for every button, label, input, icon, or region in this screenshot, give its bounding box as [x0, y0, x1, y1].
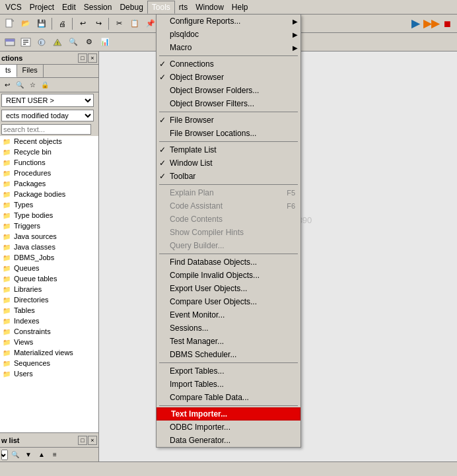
menu-project[interactable]: Project: [26, 1, 58, 13]
obj-recycle-bin[interactable]: 📁 Recycle bin: [0, 147, 98, 157]
obj-triggers[interactable]: 📁 Triggers: [0, 221, 98, 231]
tb2-search-btn[interactable]: 🔍: [66, 35, 81, 50]
obj-package-bodies[interactable]: 📁 Package bodies: [0, 189, 98, 199]
user-select[interactable]: RENT USER >: [1, 94, 94, 107]
new-btn[interactable]: [3, 17, 17, 31]
obj-java-classes[interactable]: 📁 Java classes: [0, 242, 98, 252]
obj-views[interactable]: 📁 Views: [0, 337, 98, 347]
obj-java-sources[interactable]: 📁 Java sources: [0, 231, 98, 242]
menu-template-list[interactable]: ✓ Template List: [157, 143, 300, 156]
panel-close-btn[interactable]: ×: [88, 53, 97, 63]
menu-file-browser-locations[interactable]: File Browser Locations...: [157, 127, 300, 140]
menu-event-monitor[interactable]: Event Monitor...: [157, 308, 300, 322]
obj-constraints[interactable]: 📁 Constraints: [0, 326, 98, 337]
tb2-btn6[interactable]: ⚙: [82, 35, 96, 50]
ptb-btn4[interactable]: 🔒: [39, 80, 51, 90]
save-btn[interactable]: 💾: [34, 17, 49, 31]
menu-macro[interactable]: Macro ▶: [157, 41, 300, 54]
nav-search-btn[interactable]: 🔍: [9, 450, 21, 460]
menu-vcs[interactable]: VCS: [1, 1, 26, 13]
obj-packages[interactable]: 📁 Packages: [0, 178, 98, 189]
redo-btn[interactable]: ↪: [91, 17, 106, 31]
menu-plsqldoc[interactable]: plsqldoc ▶: [157, 28, 300, 41]
cut-btn[interactable]: ✂: [112, 17, 126, 31]
copy-btn[interactable]: 📋: [127, 17, 142, 31]
menu-rts[interactable]: rts: [175, 1, 192, 13]
menu-tools[interactable]: Tools: [147, 1, 175, 14]
menu-window[interactable]: Window: [192, 1, 228, 13]
nav-up-btn[interactable]: ▲: [36, 450, 48, 460]
obj-tables[interactable]: 📁 Tables: [0, 305, 98, 316]
menu-label: Object Browser Folders...: [170, 86, 259, 95]
search-input[interactable]: [1, 124, 91, 135]
menu-help[interactable]: Help: [228, 1, 252, 13]
menu-compare-user-objects[interactable]: Compare User Objects...: [157, 295, 300, 308]
menu-odbc-importer[interactable]: ODBC Importer...: [157, 421, 300, 434]
menu-session[interactable]: Session: [80, 1, 116, 13]
nav-more-btn[interactable]: ≡: [49, 450, 61, 460]
lower-panel-close-btn[interactable]: ×: [88, 436, 97, 445]
tb2-btn4[interactable]: !: [50, 35, 65, 50]
obj-materialized-views[interactable]: 📁 Materialized views: [0, 347, 98, 358]
menu-export-user-objects[interactable]: Export User Objects...: [157, 282, 300, 295]
menu-export-tables[interactable]: Export Tables...: [157, 364, 300, 378]
undo-btn[interactable]: ↩: [75, 17, 90, 31]
menu-toolbar[interactable]: ✓ Toolbar: [157, 170, 300, 183]
menu-object-browser-filters[interactable]: Object Browser Filters...: [157, 97, 300, 110]
menu-sessions[interactable]: Sessions...: [157, 322, 300, 335]
obj-directories[interactable]: 📁 Directories: [0, 294, 98, 305]
menu-data-generator[interactable]: Data Generator...: [157, 434, 300, 447]
menu-test-manager[interactable]: Test Manager...: [157, 335, 300, 348]
menu-object-browser[interactable]: ✓ Object Browser: [157, 71, 300, 84]
lower-panel-float-btn[interactable]: □: [78, 436, 87, 445]
tb2-btn1[interactable]: [3, 35, 17, 50]
folder-icon: 📁: [3, 221, 12, 230]
arrow-double-right-btn[interactable]: ▶▶: [424, 17, 439, 31]
tb2-btn3[interactable]: i: [34, 35, 49, 50]
obj-functions[interactable]: 📁 Functions: [0, 157, 98, 168]
menu-window-list[interactable]: ✓ Window List: [157, 156, 300, 170]
tb2-btn2[interactable]: [18, 35, 33, 50]
nav-select[interactable]: ▼: [1, 450, 8, 460]
svg-rect-0: [6, 19, 12, 27]
sep-6: [159, 362, 298, 363]
tab-files[interactable]: Files: [17, 65, 44, 77]
menu-connections[interactable]: ✓ Connections: [157, 57, 300, 71]
obj-procedures[interactable]: 📁 Procedures: [0, 168, 98, 178]
obj-type-bodies[interactable]: 📁 Type bodies: [0, 210, 98, 221]
open-btn[interactable]: 📂: [18, 17, 33, 31]
obj-recent-objects[interactable]: 📁 Recent objects: [0, 136, 98, 147]
menu-dbms-scheduler[interactable]: DBMS Scheduler...: [157, 348, 300, 361]
obj-sequences[interactable]: 📁 Sequences: [0, 358, 98, 368]
menu-import-tables[interactable]: Import Tables...: [157, 378, 300, 391]
folder-icon: 📁: [3, 137, 12, 146]
print-btn[interactable]: 🖨: [55, 17, 69, 31]
stop-btn[interactable]: ⏹: [440, 17, 454, 31]
menu-find-database-objects[interactable]: Find Database Objects...: [157, 255, 300, 269]
arrow-right-btn[interactable]: ▶: [408, 17, 423, 31]
menu-label: Object Browser: [170, 73, 224, 82]
obj-queue-tables[interactable]: 📁 Queue tables: [0, 273, 98, 284]
filter-select[interactable]: ects modified today: [1, 110, 94, 121]
ptb-btn1[interactable]: ↩: [1, 80, 13, 90]
menu-configure-reports[interactable]: Configure Reports... ▶: [157, 15, 300, 28]
menu-object-browser-folders[interactable]: Object Browser Folders...: [157, 84, 300, 97]
obj-queues[interactable]: 📁 Queues: [0, 263, 98, 273]
ptb-btn3[interactable]: ☆: [26, 80, 38, 90]
menu-debug[interactable]: Debug: [116, 1, 147, 13]
menu-compile-invalid-objects[interactable]: Compile Invalid Objects...: [157, 269, 300, 282]
obj-types[interactable]: 📁 Types: [0, 199, 98, 210]
tb2-btn7[interactable]: 📊: [98, 35, 112, 50]
nav-down-btn[interactable]: ▼: [22, 450, 34, 460]
obj-dbms-jobs[interactable]: 📁 DBMS_Jobs: [0, 252, 98, 263]
menu-edit[interactable]: Edit: [58, 1, 80, 13]
menu-text-importer[interactable]: Text Importer...: [157, 407, 300, 421]
obj-libraries[interactable]: 📁 Libraries: [0, 284, 98, 294]
menu-file-browser[interactable]: ✓ File Browser: [157, 114, 300, 127]
tab-objects[interactable]: ts: [0, 65, 17, 77]
menu-compare-table-data[interactable]: Compare Table Data...: [157, 391, 300, 404]
panel-float-btn[interactable]: □: [78, 53, 87, 63]
obj-indexes[interactable]: 📁 Indexes: [0, 316, 98, 326]
ptb-btn2[interactable]: 🔍: [14, 80, 26, 90]
obj-users[interactable]: 📁 Users: [0, 368, 98, 379]
